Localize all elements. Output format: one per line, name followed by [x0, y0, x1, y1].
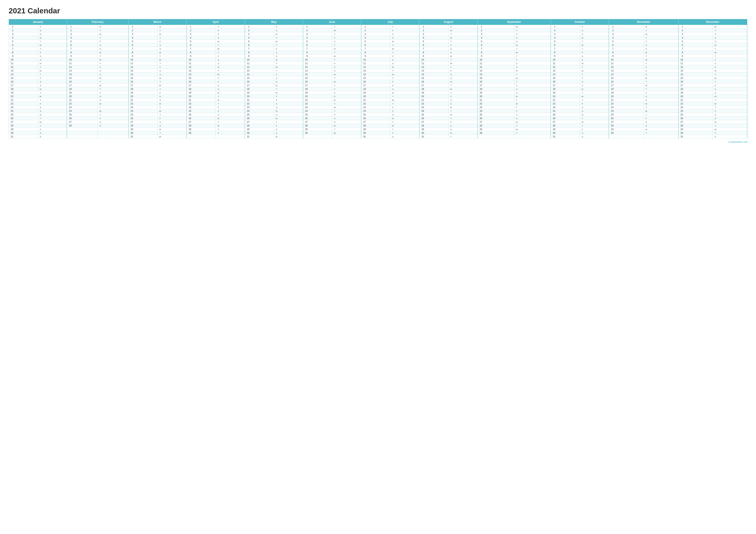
day-code: T	[275, 95, 278, 98]
day-code-cell: T	[448, 109, 477, 113]
day-number-cell: 8	[128, 51, 157, 54]
day-number: 22	[246, 102, 250, 105]
day-number: 31	[129, 135, 133, 138]
day-code: M	[392, 40, 394, 43]
day-number: 2	[68, 29, 71, 32]
day-code-cell: F	[448, 69, 477, 73]
day-code-cell: T	[448, 32, 477, 36]
day-number-cell: 26	[551, 116, 580, 120]
day-code-cell: S	[216, 84, 245, 87]
day-code: W	[159, 136, 162, 138]
day-code-cell: T	[157, 29, 187, 32]
day-number: 13	[478, 69, 482, 72]
day-number: 11	[68, 62, 71, 64]
day-number: 29	[187, 128, 191, 131]
day-number-cell: 4	[361, 36, 390, 39]
day-number-cell: 2	[361, 29, 390, 32]
day-number-cell: 5	[128, 39, 157, 43]
day-number-cell: 18	[551, 87, 580, 91]
day-number: 24	[304, 110, 308, 112]
day-number-cell: 21	[609, 98, 643, 102]
day-number: 22	[679, 102, 683, 105]
day-number-cell: 14	[67, 73, 97, 76]
day-code-cell: T	[216, 51, 245, 54]
day-number: 23	[246, 106, 250, 109]
calendar-table: JanuaryFebruaryMarchAprilMayJuneJulyAugu…	[9, 19, 747, 139]
day-number-cell: 20	[187, 94, 216, 98]
day-code: T	[159, 106, 162, 109]
day-number: 27	[10, 121, 14, 123]
day-code: T	[39, 91, 42, 94]
day-code-cell: M	[643, 25, 678, 29]
table-row: 2S2T2T2F2S2W2F2M2T2S2T2T	[9, 29, 747, 32]
day-code: T	[217, 44, 220, 46]
day-number-cell: 9	[609, 54, 643, 58]
day-code: W	[275, 117, 278, 119]
day-code-cell: T	[390, 51, 419, 54]
day-number-cell: 26	[187, 116, 216, 120]
day-code-cell: S	[713, 39, 747, 43]
day-code: T	[217, 69, 220, 72]
day-code-cell: W	[514, 76, 551, 80]
day-code-cell: S	[38, 109, 67, 113]
day-code: F	[39, 128, 42, 131]
day-code-cell: W	[448, 87, 477, 91]
day-code-cell: S	[157, 69, 187, 73]
day-number-cell: 22	[477, 102, 514, 106]
day-number-cell: 8	[678, 51, 713, 54]
day-code: S	[275, 26, 278, 28]
day-code: W	[333, 106, 336, 109]
day-code-cell: S	[216, 58, 245, 62]
day-code-cell: T	[580, 47, 609, 51]
day-number: 30	[679, 132, 683, 134]
day-code: F	[333, 37, 336, 39]
day-number: 12	[420, 66, 424, 68]
day-number: 11	[420, 62, 424, 64]
day-number: 6	[68, 44, 71, 46]
day-number: 15	[679, 77, 683, 79]
day-number-cell: 19	[245, 91, 274, 94]
day-code: M	[581, 88, 584, 90]
day-code: S	[645, 124, 648, 127]
day-code-cell: M	[274, 109, 303, 113]
day-number-cell: 6	[477, 43, 514, 47]
day-number-cell: 20	[551, 94, 580, 98]
day-code: S	[714, 114, 717, 116]
day-code-cell: S	[390, 32, 419, 36]
day-number: 30	[610, 132, 613, 134]
day-code-cell: M	[274, 84, 303, 87]
day-code: S	[333, 121, 336, 123]
day-code-cell: F	[274, 98, 303, 102]
table-row: 5T5F5F5M5W5S5M5T5S5T5F5S	[9, 39, 747, 43]
day-number: 6	[478, 44, 482, 46]
day-code-cell: W	[332, 29, 361, 32]
day-number-cell: 23	[678, 106, 713, 109]
day-code-cell: T	[643, 106, 678, 109]
day-code-cell: T	[448, 65, 477, 69]
day-code-cell: M	[448, 54, 477, 58]
day-code-cell: T	[157, 62, 187, 65]
day-code-cell: T	[643, 54, 678, 58]
day-code: W	[217, 48, 220, 50]
day-number: 20	[362, 95, 366, 98]
day-code-cell: T	[332, 76, 361, 80]
day-number-cell: 17	[128, 84, 157, 87]
day-code-cell: M	[514, 69, 551, 73]
day-code: W	[333, 29, 336, 32]
day-code: S	[39, 84, 42, 87]
day-code: W	[515, 128, 518, 131]
day-code: T	[515, 73, 518, 76]
day-code: F	[99, 117, 102, 119]
day-number: 30	[246, 132, 250, 134]
day-code-cell: W	[274, 65, 303, 69]
day-code-cell: T	[643, 131, 678, 135]
day-number-cell: 19	[678, 91, 713, 94]
day-number-cell: 20	[361, 94, 390, 98]
day-code-cell: S	[157, 47, 187, 51]
day-code: S	[99, 121, 102, 123]
day-code-cell: T	[216, 25, 245, 29]
day-code-cell: T	[713, 131, 747, 135]
day-number: 22	[304, 102, 308, 105]
day-code: T	[449, 110, 452, 112]
day-number-cell: 31	[245, 135, 274, 139]
